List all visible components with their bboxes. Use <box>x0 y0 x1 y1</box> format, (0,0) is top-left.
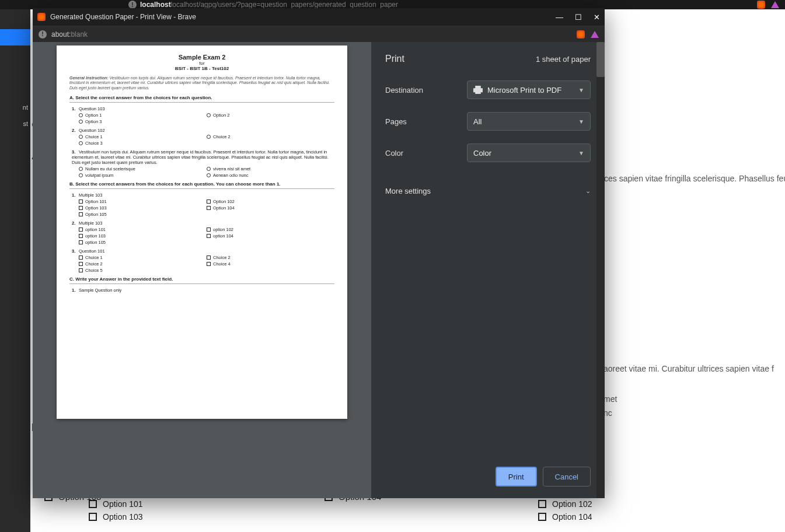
maximize-button[interactable]: ☐ <box>575 13 582 22</box>
chevron-down-icon: ▼ <box>578 87 584 93</box>
color-label: Color <box>385 149 467 158</box>
brave-lion-icon <box>37 13 46 21</box>
print-settings-panel: Print 1 sheet of paper Destination Micro… <box>371 42 605 498</box>
brave-shield-icon[interactable] <box>771 1 779 8</box>
pages-label: Pages <box>385 117 467 126</box>
scrollbar[interactable] <box>596 42 605 498</box>
chevron-down-icon: ▼ <box>578 150 584 156</box>
destination-select[interactable]: Microsoft Print to PDF ▼ <box>467 80 591 99</box>
window-titlebar: Generated Question Paper - Print View - … <box>33 8 605 26</box>
print-button[interactable]: Print <box>496 467 537 487</box>
chevron-down-icon: ⌄ <box>585 187 591 195</box>
chevron-down-icon: ▼ <box>578 118 584 125</box>
info-icon: ! <box>128 1 137 9</box>
exam-title: Sample Exam 2 <box>69 54 334 61</box>
minimize-button[interactable]: — <box>556 13 563 22</box>
background-sidebar: nt st <box>0 9 30 532</box>
destination-label: Destination <box>385 86 467 94</box>
printer-icon <box>473 86 483 94</box>
close-button[interactable]: ✕ <box>594 13 600 22</box>
brave-lion-icon[interactable] <box>577 30 585 38</box>
color-select[interactable]: Color ▼ <box>467 144 591 162</box>
print-title: Print <box>385 54 404 64</box>
address-bar[interactable]: ! about:blank <box>33 26 605 42</box>
brave-print-window: Generated Question Paper - Print View - … <box>33 8 605 498</box>
more-settings-toggle[interactable]: More settings ⌄ <box>385 187 591 195</box>
window-title: Generated Question Paper - Print View - … <box>50 13 551 21</box>
print-preview-area[interactable]: Sample Exam 2 for BSIT - BSIT 1B - Test1… <box>33 42 371 498</box>
brave-lion-icon[interactable] <box>757 1 765 9</box>
site-info-icon[interactable]: ! <box>39 30 47 38</box>
brave-rewards-icon[interactable] <box>591 31 599 38</box>
preview-page: Sample Exam 2 for BSIT - BSIT 1B - Test1… <box>57 46 347 419</box>
sheet-count: 1 sheet of paper <box>536 55 591 64</box>
cancel-button[interactable]: Cancel <box>543 467 591 487</box>
pages-select[interactable]: All ▼ <box>467 112 591 131</box>
